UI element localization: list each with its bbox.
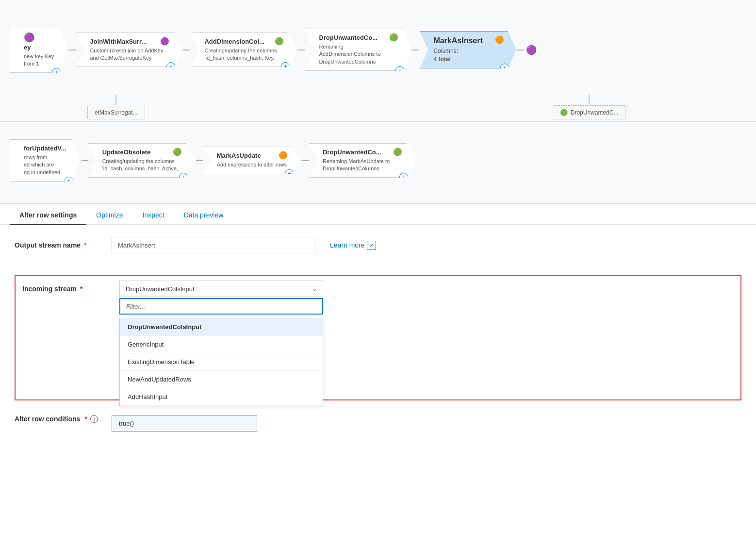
node-mark-as-update-plus[interactable]: + — [285, 169, 294, 178]
node-add-dim-desc: Creating/updating the columns 'id_hash, … — [204, 47, 283, 62]
branch-node-get-max-label: etMaxSurrogat... — [95, 109, 138, 116]
node-drop-unwanted-desc: Renaming AddDimensionColumns to DropUnwa… — [319, 43, 397, 66]
node-for-updated[interactable]: forUpdatedV... rows fromed which areng i… — [10, 139, 81, 182]
output-stream-row: Output stream name * Learn more ↗ — [15, 237, 741, 253]
incoming-stream-dropdown[interactable]: DropUnwantedColsInput ⌄ — [119, 281, 323, 315]
node-mark-as-insert-plus[interactable]: + — [500, 64, 509, 72]
branch-node-drop-unwanted-label: DropUnwantedC... — [571, 109, 619, 116]
form-area: Output stream name * Learn more ↗ — [0, 225, 756, 275]
tab-optimize[interactable]: Optimize — [86, 206, 132, 225]
dropdown-filter-input[interactable] — [119, 298, 323, 315]
node-join-max-desc: Custom (cross) join on AddKey and GetMax… — [90, 47, 168, 62]
node-add-dim-plus[interactable]: + — [281, 62, 290, 71]
learn-more-link[interactable]: Learn more ↗ — [330, 241, 376, 250]
node-for-updated-desc: rows fromed which areng in undefined — [24, 154, 66, 176]
dropdown-option-4[interactable]: AddHashInput — [120, 388, 323, 406]
dropdown-option-1[interactable]: GenericInput — [120, 336, 323, 353]
node-update-obsolete-plus[interactable]: + — [179, 173, 188, 182]
learn-more-icon: ↗ — [367, 241, 376, 250]
tabs-bar: Alter row settings Optimize Inspect Data… — [0, 204, 756, 225]
node-mark-as-insert-title: MarkAsInsert — [433, 36, 502, 45]
pipeline-row-1: 🟣 ey new key Keyfrom 1 + 🟣 JoinWithMaxSu… — [0, 5, 756, 95]
incoming-stream-section: Incoming stream * DropUnwantedColsInput … — [15, 275, 741, 400]
alter-row-true-value: true() — [112, 415, 257, 432]
incoming-stream-select[interactable]: DropUnwantedColsInput ⌄ — [119, 281, 323, 297]
node-add-dim[interactable]: 🟢 AddDimensionCol... Creating/updating t… — [190, 33, 297, 67]
incoming-stream-required: * — [80, 285, 82, 293]
output-stream-label: Output stream name * — [15, 241, 112, 249]
dropdown-options-list: DropUnwantedColsInput GenericInput Exist… — [119, 318, 323, 406]
node-join-max[interactable]: 🟣 JoinWithMaxSurr... Custom (cross) join… — [76, 33, 182, 67]
alter-row-conditions-section: Alter row conditions * i true() — [0, 408, 756, 438]
node-mark-as-insert-desc: Columns:4 total — [433, 47, 502, 64]
node-mark-as-update[interactable]: 🟠 MarkAsUpdate Add expressions to alter … — [203, 147, 301, 174]
node-mark-as-update-title: MarkAsUpdate — [217, 152, 287, 159]
node-add-dim-title: AddDimensionCol... — [204, 38, 283, 45]
output-stream-input[interactable] — [112, 237, 315, 253]
branch-node-drop-unwanted[interactable]: 🟢 DropUnwantedC... — [553, 105, 626, 119]
dropdown-option-0[interactable]: DropUnwantedColsInput — [120, 318, 323, 336]
node-drop-unwanted-2-desc: Renaming MarkAsUpdate to DropUnwantedCol… — [323, 158, 401, 173]
incoming-stream-label: Incoming stream * — [22, 281, 119, 297]
node-join-max-plus[interactable]: + — [166, 62, 175, 71]
node-update-obsolete-desc: Creating/updating the columns 'id_hash, … — [102, 158, 181, 173]
node-drop-unwanted-title: DropUnwantedCo... — [319, 34, 397, 41]
node-drop-unwanted[interactable]: 🟢 DropUnwantedCo... Renaming AddDimensio… — [305, 29, 411, 71]
dropdown-option-2[interactable]: ExistingDimensionTable — [120, 353, 323, 371]
node-join-max-title: JoinWithMaxSurr... — [90, 38, 168, 45]
node-drop-unwanted-2[interactable]: 🟢 DropUnwantedCo... Renaming MarkAsUpdat… — [309, 143, 415, 178]
alter-row-conditions-label: Alter row conditions * i — [15, 415, 112, 423]
dropdown-chevron-icon: ⌄ — [312, 285, 317, 292]
node-drop-unwanted-2-title: DropUnwantedCo... — [323, 149, 401, 156]
pipeline-area: 🟣 ey new key Keyfrom 1 + 🟣 JoinWithMaxSu… — [0, 0, 756, 204]
node-update-obsolete-title: UpdateObsolete — [102, 149, 181, 156]
dropdown-option-3[interactable]: NewAndUpdatedRows — [120, 371, 323, 388]
node-mark-as-insert[interactable]: 🟠 MarkAsInsert Columns:4 total + — [419, 31, 516, 69]
branch-node-get-max[interactable]: etMaxSurrogat... — [87, 106, 145, 119]
node-drop-unwanted-plus[interactable]: + — [395, 66, 404, 75]
pipeline-row-2: forUpdatedV... rows fromed which areng i… — [0, 121, 756, 199]
tab-inspect[interactable]: Inspect — [132, 206, 174, 225]
node-new-key-desc: new key Keyfrom 1 — [24, 53, 54, 68]
node-for-updated-plus[interactable]: + — [65, 177, 73, 185]
node-update-obsolete[interactable]: 🟢 UpdateObsolete Creating/updating the c… — [88, 143, 195, 178]
node-new-key-plus[interactable]: + — [52, 68, 61, 77]
node-for-updated-title: forUpdatedV... — [24, 145, 66, 152]
node-new-key-title: ey — [24, 44, 54, 51]
tab-alter-row[interactable]: Alter row settings — [10, 206, 86, 225]
tab-data-preview[interactable]: Data preview — [174, 206, 233, 225]
node-drop-unwanted-2-plus[interactable]: + — [399, 173, 408, 182]
node-new-key[interactable]: 🟣 ey new key Keyfrom 1 + — [10, 27, 68, 73]
output-stream-required: * — [84, 241, 86, 249]
info-icon[interactable]: i — [90, 415, 98, 423]
node-mark-as-update-desc: Add expressions to alter rows — [217, 161, 287, 168]
